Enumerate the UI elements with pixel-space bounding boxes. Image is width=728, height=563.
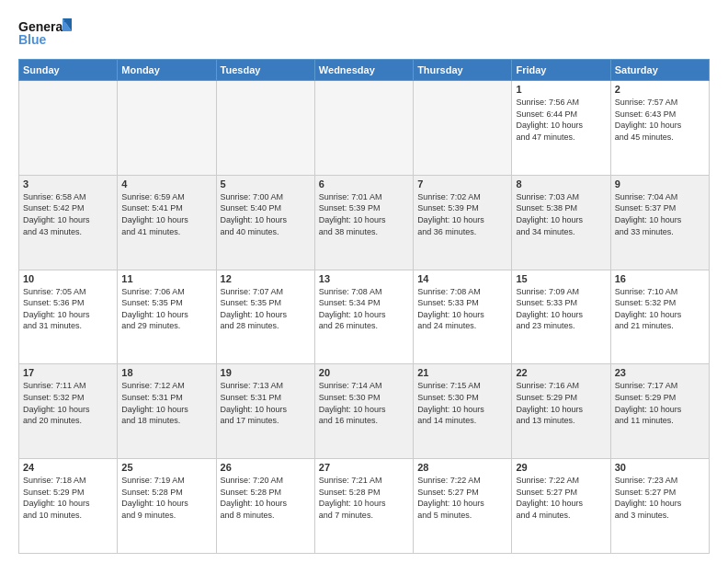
calendar-cell: 29Sunrise: 7:22 AM Sunset: 5:27 PM Dayli… — [512, 459, 610, 554]
calendar-cell: 23Sunrise: 7:17 AM Sunset: 5:29 PM Dayli… — [610, 364, 709, 459]
day-number: 18 — [121, 367, 211, 378]
day-number: 1 — [516, 84, 606, 95]
day-info: Sunrise: 7:56 AM Sunset: 6:44 PM Dayligh… — [516, 97, 606, 143]
day-number: 15 — [516, 273, 606, 284]
day-number: 16 — [615, 273, 705, 284]
calendar-cell — [216, 81, 314, 176]
calendar-cell: 30Sunrise: 7:23 AM Sunset: 5:27 PM Dayli… — [610, 459, 709, 554]
day-number: 26 — [221, 462, 311, 473]
calendar-cell — [118, 81, 216, 176]
day-number: 11 — [121, 273, 211, 284]
day-info: Sunrise: 7:17 AM Sunset: 5:29 PM Dayligh… — [615, 380, 705, 426]
day-number: 24 — [23, 462, 113, 473]
header: GeneralBlue — [18, 15, 710, 52]
day-info: Sunrise: 7:57 AM Sunset: 6:43 PM Dayligh… — [615, 97, 705, 143]
day-info: Sunrise: 7:05 AM Sunset: 5:36 PM Dayligh… — [23, 286, 113, 332]
day-number: 17 — [23, 367, 113, 378]
calendar-cell: 20Sunrise: 7:14 AM Sunset: 5:30 PM Dayli… — [314, 364, 413, 459]
day-info: Sunrise: 7:02 AM Sunset: 5:39 PM Dayligh… — [417, 191, 507, 237]
day-info: Sunrise: 7:22 AM Sunset: 5:27 PM Dayligh… — [516, 475, 606, 521]
calendar-cell: 24Sunrise: 7:18 AM Sunset: 5:29 PM Dayli… — [19, 459, 118, 554]
calendar-cell: 28Sunrise: 7:22 AM Sunset: 5:27 PM Dayli… — [414, 459, 512, 554]
calendar-cell — [414, 81, 512, 176]
calendar-cell: 22Sunrise: 7:16 AM Sunset: 5:29 PM Dayli… — [512, 364, 610, 459]
svg-text:Blue: Blue — [18, 32, 47, 47]
day-number: 10 — [23, 273, 113, 284]
calendar-cell: 21Sunrise: 7:15 AM Sunset: 5:30 PM Dayli… — [414, 364, 512, 459]
week-row-3: 10Sunrise: 7:05 AM Sunset: 5:36 PM Dayli… — [19, 270, 710, 364]
weekday-header-row: SundayMondayTuesdayWednesdayThursdayFrid… — [19, 60, 710, 81]
day-info: Sunrise: 7:20 AM Sunset: 5:28 PM Dayligh… — [221, 475, 311, 521]
day-info: Sunrise: 7:11 AM Sunset: 5:32 PM Dayligh… — [23, 380, 113, 426]
calendar-cell: 11Sunrise: 7:06 AM Sunset: 5:35 PM Dayli… — [118, 270, 216, 364]
calendar-cell: 19Sunrise: 7:13 AM Sunset: 5:31 PM Dayli… — [216, 364, 314, 459]
calendar-cell: 10Sunrise: 7:05 AM Sunset: 5:36 PM Dayli… — [19, 270, 118, 364]
day-info: Sunrise: 7:13 AM Sunset: 5:31 PM Dayligh… — [221, 380, 311, 426]
day-number: 30 — [615, 462, 705, 473]
calendar-cell: 13Sunrise: 7:08 AM Sunset: 5:34 PM Dayli… — [314, 270, 413, 364]
day-info: Sunrise: 7:23 AM Sunset: 5:27 PM Dayligh… — [615, 475, 705, 521]
page: GeneralBlue SundayMondayTuesdayWednesday… — [0, 0, 728, 563]
day-number: 13 — [319, 273, 409, 284]
calendar-cell: 6Sunrise: 7:01 AM Sunset: 5:39 PM Daylig… — [314, 175, 413, 270]
day-number: 12 — [221, 273, 311, 284]
weekday-header-wednesday: Wednesday — [314, 60, 413, 81]
calendar-cell: 14Sunrise: 7:08 AM Sunset: 5:33 PM Dayli… — [414, 270, 512, 364]
calendar-cell: 27Sunrise: 7:21 AM Sunset: 5:28 PM Dayli… — [314, 459, 413, 554]
week-row-2: 3Sunrise: 6:58 AM Sunset: 5:42 PM Daylig… — [19, 175, 710, 270]
calendar-cell: 17Sunrise: 7:11 AM Sunset: 5:32 PM Dayli… — [19, 364, 118, 459]
day-info: Sunrise: 7:08 AM Sunset: 5:34 PM Dayligh… — [319, 286, 409, 332]
calendar-cell — [19, 81, 118, 176]
day-number: 19 — [221, 367, 311, 378]
calendar-cell: 15Sunrise: 7:09 AM Sunset: 5:33 PM Dayli… — [512, 270, 610, 364]
day-number: 21 — [417, 367, 507, 378]
day-info: Sunrise: 7:16 AM Sunset: 5:29 PM Dayligh… — [516, 380, 606, 426]
day-info: Sunrise: 7:09 AM Sunset: 5:33 PM Dayligh… — [516, 286, 606, 332]
day-info: Sunrise: 7:04 AM Sunset: 5:37 PM Dayligh… — [615, 191, 705, 237]
weekday-header-monday: Monday — [118, 60, 216, 81]
day-number: 9 — [615, 178, 705, 190]
weekday-header-thursday: Thursday — [414, 60, 512, 81]
day-info: Sunrise: 7:21 AM Sunset: 5:28 PM Dayligh… — [319, 475, 409, 521]
calendar-cell: 3Sunrise: 6:58 AM Sunset: 5:42 PM Daylig… — [19, 175, 118, 270]
day-number: 2 — [615, 84, 705, 95]
day-number: 7 — [417, 178, 507, 190]
weekday-header-saturday: Saturday — [610, 60, 709, 81]
day-info: Sunrise: 7:14 AM Sunset: 5:30 PM Dayligh… — [319, 380, 409, 426]
weekday-header-sunday: Sunday — [19, 60, 118, 81]
weekday-header-tuesday: Tuesday — [216, 60, 314, 81]
week-row-4: 17Sunrise: 7:11 AM Sunset: 5:32 PM Dayli… — [19, 364, 710, 459]
day-info: Sunrise: 7:12 AM Sunset: 5:31 PM Dayligh… — [121, 380, 211, 426]
day-number: 5 — [221, 178, 311, 190]
weekday-header-friday: Friday — [512, 60, 610, 81]
day-number: 22 — [516, 367, 606, 378]
day-info: Sunrise: 7:03 AM Sunset: 5:38 PM Dayligh… — [516, 191, 606, 237]
day-info: Sunrise: 7:22 AM Sunset: 5:27 PM Dayligh… — [417, 475, 507, 521]
calendar-cell: 7Sunrise: 7:02 AM Sunset: 5:39 PM Daylig… — [414, 175, 512, 270]
calendar-cell: 26Sunrise: 7:20 AM Sunset: 5:28 PM Dayli… — [216, 459, 314, 554]
day-info: Sunrise: 7:18 AM Sunset: 5:29 PM Dayligh… — [23, 475, 113, 521]
calendar-cell: 25Sunrise: 7:19 AM Sunset: 5:28 PM Dayli… — [118, 459, 216, 554]
day-number: 6 — [319, 178, 409, 190]
calendar-cell: 16Sunrise: 7:10 AM Sunset: 5:32 PM Dayli… — [610, 270, 709, 364]
day-info: Sunrise: 7:10 AM Sunset: 5:32 PM Dayligh… — [615, 286, 705, 332]
day-info: Sunrise: 7:01 AM Sunset: 5:39 PM Dayligh… — [319, 191, 409, 237]
calendar-cell — [314, 81, 413, 176]
day-info: Sunrise: 7:06 AM Sunset: 5:35 PM Dayligh… — [121, 286, 211, 332]
day-info: Sunrise: 7:15 AM Sunset: 5:30 PM Dayligh… — [417, 380, 507, 426]
day-number: 14 — [417, 273, 507, 284]
calendar-cell: 1Sunrise: 7:56 AM Sunset: 6:44 PM Daylig… — [512, 81, 610, 176]
day-info: Sunrise: 7:19 AM Sunset: 5:28 PM Dayligh… — [121, 475, 211, 521]
calendar-cell: 4Sunrise: 6:59 AM Sunset: 5:41 PM Daylig… — [118, 175, 216, 270]
calendar-cell: 12Sunrise: 7:07 AM Sunset: 5:35 PM Dayli… — [216, 270, 314, 364]
week-row-1: 1Sunrise: 7:56 AM Sunset: 6:44 PM Daylig… — [19, 81, 710, 176]
day-number: 20 — [319, 367, 409, 378]
day-number: 8 — [516, 178, 606, 190]
day-info: Sunrise: 7:07 AM Sunset: 5:35 PM Dayligh… — [221, 286, 311, 332]
week-row-5: 24Sunrise: 7:18 AM Sunset: 5:29 PM Dayli… — [19, 459, 710, 554]
calendar-table: SundayMondayTuesdayWednesdayThursdayFrid… — [18, 59, 710, 554]
calendar-cell: 8Sunrise: 7:03 AM Sunset: 5:38 PM Daylig… — [512, 175, 610, 270]
calendar-cell: 9Sunrise: 7:04 AM Sunset: 5:37 PM Daylig… — [610, 175, 709, 270]
day-number: 3 — [23, 178, 113, 190]
calendar-cell: 5Sunrise: 7:00 AM Sunset: 5:40 PM Daylig… — [216, 175, 314, 270]
